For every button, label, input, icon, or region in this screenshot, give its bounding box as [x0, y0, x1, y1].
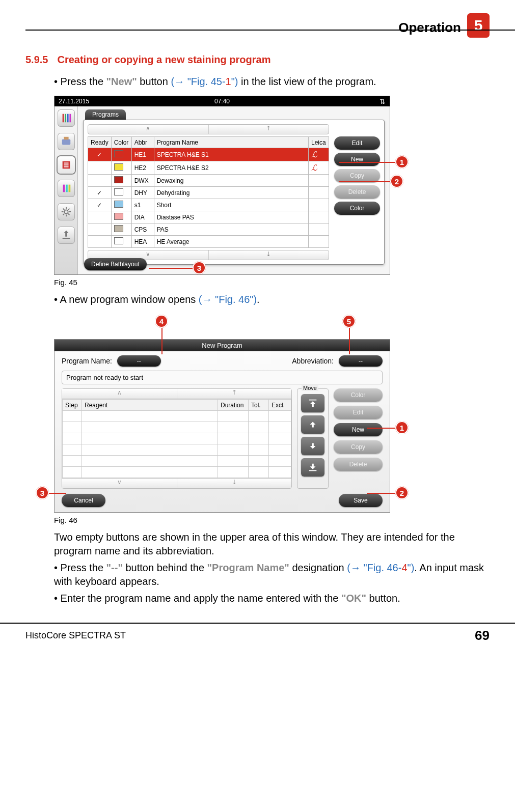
table-row[interactable]: HEAHE Average — [88, 236, 329, 248]
fig45-sidebar — [55, 106, 78, 274]
page-number: 69 — [475, 628, 490, 643]
fig45-caption: Fig. 45 — [54, 278, 490, 287]
footer-product: HistoCore SPECTRA ST — [25, 630, 126, 641]
slides-icon[interactable] — [58, 109, 75, 127]
svg-rect-8 — [64, 164, 68, 165]
abbreviation-label: Abbreviation: — [292, 357, 334, 365]
status-bar: Program not ready to start — [62, 371, 383, 384]
callout-46-1: 1 — [395, 421, 409, 434]
programs-tab[interactable]: Programs — [85, 109, 126, 120]
edit-button[interactable]: Edit — [334, 136, 380, 150]
table-row[interactable]: ✓DHYDehydrating — [88, 187, 329, 199]
abbreviation-button[interactable]: -- — [339, 355, 383, 367]
callout-46-3: 3 — [36, 486, 49, 499]
callout-45-1: 1 — [395, 155, 409, 169]
move-bottom-button[interactable] — [301, 458, 324, 477]
table-row[interactable]: ✓s1Short — [88, 199, 329, 211]
reagents-icon[interactable] — [58, 180, 75, 197]
gear-icon[interactable] — [58, 203, 75, 220]
bullet-1: • Press the "New" button (→ "Fig. 45-1")… — [54, 75, 490, 89]
cancel-button[interactable]: Cancel — [62, 494, 105, 507]
move-down-button[interactable] — [301, 437, 324, 455]
svg-rect-7 — [64, 162, 68, 163]
fig46-screenshot: New Program Program Name: -- Abbreviatio… — [54, 339, 390, 513]
delete-button[interactable]: Delete — [334, 185, 380, 199]
svg-rect-3 — [69, 114, 71, 123]
new-program-title: New Program — [55, 340, 390, 351]
header-section: Operation — [398, 20, 461, 36]
fig45-screenshot: 27.11.2015 07:40 ⇅ Programs ∧ — [54, 96, 390, 275]
svg-rect-0 — [62, 114, 64, 123]
define-bathlayout-button[interactable]: Define Bathlayout — [84, 258, 147, 270]
copy-button-np[interactable]: Copy — [334, 440, 383, 454]
table-row[interactable]: DWXDewaxing — [88, 175, 329, 187]
new-button[interactable]: New — [334, 153, 380, 166]
move-top-button[interactable] — [301, 394, 324, 412]
svg-rect-12 — [68, 185, 70, 192]
table-row[interactable]: DIADiastase PAS — [88, 211, 329, 223]
header-rule — [25, 30, 515, 31]
save-button[interactable]: Save — [339, 494, 383, 507]
svg-point-13 — [64, 210, 68, 213]
fig46-caption: Fig. 46 — [54, 516, 490, 524]
steps-table: Step Reagent Duration Tol. Excl. — [62, 399, 291, 478]
bullet-3: • Press the "--" button behind the "Prog… — [54, 561, 490, 589]
svg-rect-11 — [66, 185, 68, 192]
stainer-icon[interactable] — [58, 133, 75, 150]
steps-panel: ∧⤒ Step Reagent Duration Tol. Excl. — [62, 388, 292, 489]
svg-rect-9 — [64, 166, 68, 167]
table-scroll-top[interactable]: ∧⤒ — [88, 124, 329, 134]
callout-46-4: 4 — [155, 315, 168, 328]
programs-icon[interactable] — [58, 156, 75, 174]
bullet-4: • Enter the program name and apply the n… — [54, 592, 490, 605]
color-button-np[interactable]: Color — [334, 388, 383, 402]
svg-rect-5 — [64, 137, 68, 140]
export-icon[interactable] — [58, 227, 75, 244]
table-row[interactable]: CPSPAS — [88, 223, 329, 236]
delete-button-np[interactable]: Delete — [334, 458, 383, 471]
paragraph-1: Two empty buttons are shown in the upper… — [54, 530, 490, 558]
table-row[interactable]: HE2SPECTRA H&E S2ℒ — [88, 161, 329, 175]
edit-button-np[interactable]: Edit — [334, 406, 383, 419]
programs-table: Ready Color Abbr Program Name Leica ✓HE1… — [88, 136, 329, 248]
callout-46-2: 2 — [395, 486, 409, 499]
color-button[interactable]: Color — [334, 202, 380, 215]
callout-45-3: 3 — [193, 261, 206, 274]
svg-rect-1 — [65, 114, 66, 123]
table-row[interactable]: ✓HE1SPECTRA H&E S1ℒ — [88, 148, 329, 161]
steps-scroll-bottom[interactable]: ∨⤓ — [62, 478, 291, 488]
svg-rect-10 — [63, 185, 65, 192]
move-panel: Move — [297, 388, 329, 489]
program-name-label: Program Name: — [62, 357, 112, 365]
fig45-time: 07:40 — [54, 98, 390, 105]
move-up-button[interactable] — [301, 415, 324, 434]
new-button-np[interactable]: New — [334, 423, 383, 436]
svg-rect-4 — [62, 139, 70, 145]
bullet-2: • A new program window opens (→ "Fig. 46… — [54, 293, 490, 306]
copy-button[interactable]: Copy — [334, 169, 380, 182]
program-name-button[interactable]: -- — [117, 355, 161, 367]
callout-46-5: 5 — [342, 315, 356, 328]
svg-rect-2 — [67, 114, 68, 123]
callout-45-2: 2 — [390, 175, 403, 188]
chapter-badge: 5 — [467, 13, 490, 38]
section-title: 5.9.5Creating or copying a new staining … — [25, 54, 490, 66]
steps-scroll-top[interactable]: ∧⤒ — [62, 389, 291, 399]
